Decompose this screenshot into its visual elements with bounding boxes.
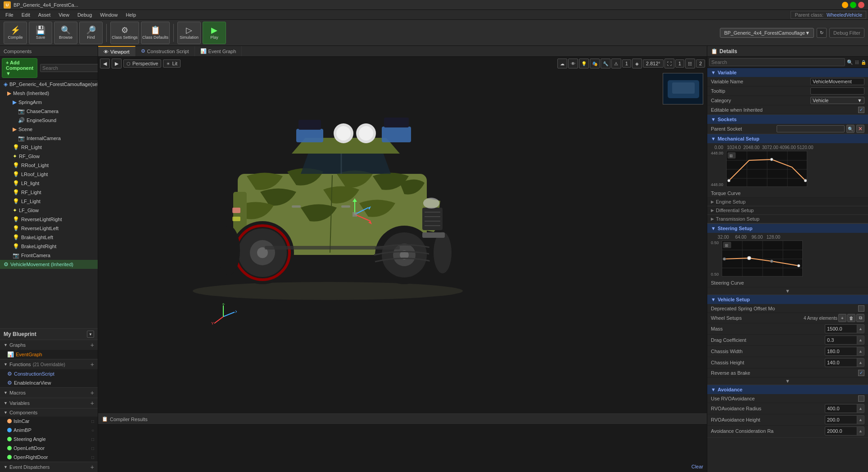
list-item[interactable]: 💡 LRoof_Light [0,170,98,179]
isincar-item[interactable]: IsInCar □ [0,417,98,426]
bp-dropdown[interactable]: BP_Generic_4x4_ForestCamouflage▼ [720,28,814,38]
constructionscript-item[interactable]: ⚙ ConstructionScript [0,369,98,378]
differential-setup-header[interactable]: ▶ Differential Setup [707,206,868,215]
tab-viewport[interactable]: 👁 Viewport [98,46,136,56]
menu-edit[interactable]: Edit [18,11,34,18]
list-item[interactable]: ▶ Mesh (Inherited) [0,89,98,98]
details-search-icon[interactable]: 🔍 [847,59,853,65]
list-item[interactable]: 💡 RRoof_Light [0,161,98,170]
simulation-button[interactable]: ▷ Simulation [177,22,201,44]
variable-section-header[interactable]: ▼ Variable [707,68,868,77]
socket-clear-button[interactable]: ✕ [856,125,864,133]
list-item[interactable]: 💡 LF_Light [0,197,98,206]
maximize-button[interactable] [850,2,856,8]
event-dispatchers-header[interactable]: ▼ Event Dispatchers + [0,462,98,472]
steering-section-header[interactable]: ▼ Steering Setup [707,224,868,233]
my-blueprint-header[interactable]: My Blueprint ▼ [0,329,98,340]
list-item[interactable]: 💡 LR_light [0,179,98,188]
compiler-tab[interactable]: 📋 Compiler Results [98,414,707,425]
avoidance-consideration-spinner[interactable]: ▲ [857,427,864,435]
drag-spinner[interactable]: ▲ [857,336,864,344]
details-lock-button[interactable]: 🔒 [861,60,866,65]
browse-button[interactable]: 🔍 Browse [54,22,77,44]
list-item[interactable]: 📷 ChaseCamera [0,107,98,116]
vp-tool-9[interactable]: ☷ [685,59,695,68]
add-macro-button[interactable]: + [90,389,94,396]
steering-chart-svg[interactable]: ⊞ [722,241,803,277]
drag-field[interactable] [825,337,857,343]
category-dropdown[interactable]: Vehicle ▼ [810,97,864,104]
mass-field[interactable] [825,326,857,332]
save-button[interactable]: 💾 Save [29,22,52,44]
vp-tool-5[interactable]: 🔧 [601,59,610,68]
add-variable-button[interactable]: + [90,399,94,407]
list-item[interactable]: ▶ SpringArm [0,98,98,107]
list-item[interactable]: 💡 ReverseLightRight [0,215,98,224]
transmission-setup-header[interactable]: ▶ Transmission Setup [707,215,868,223]
vehicle-setup-header[interactable]: ▼ Vehicle Setup [707,295,868,304]
details-view-options[interactable]: ☷ [855,60,859,65]
event-graph-item[interactable]: 📊 EventGraph [0,350,98,359]
reverse-brake-checkbox[interactable] [858,370,864,376]
graphs-header[interactable]: ▼ Graphs + [0,340,98,350]
socket-input[interactable] [777,125,845,132]
my-components-header[interactable]: ▼ Components [0,408,98,417]
steeringangle-item[interactable]: Steering Angle □ [0,435,98,444]
components-search-input[interactable] [40,64,98,72]
refresh-button[interactable]: ↻ [817,28,827,38]
vp-forward-button[interactable]: ▶ [112,59,122,68]
list-item[interactable]: 💡 BrakeLightRight [0,242,98,251]
rvo-radius-field[interactable] [825,405,857,412]
menu-view[interactable]: View [55,11,73,18]
my-blueprint-options-button[interactable]: ▼ [87,331,94,338]
vehicle-expand-button[interactable]: ▼ [707,377,868,385]
close-button[interactable] [858,2,864,8]
tab-event-graph[interactable]: 📊 Event Graph [195,46,242,56]
add-graph-button[interactable]: + [90,341,94,349]
clear-button[interactable]: Clear [692,464,703,469]
chassis-height-input[interactable]: ▲ [825,358,864,367]
vp-tool-7[interactable]: ◈ [632,59,642,68]
avoidance-section-header[interactable]: ▼ Avoidance [707,385,868,394]
editable-checkbox[interactable] [858,107,864,113]
animbp-item[interactable]: AnimBP ○ [0,426,98,435]
vp-tool-4[interactable]: 🎭 [590,59,600,68]
chassis-width-field[interactable] [825,348,857,354]
add-wheel-button[interactable]: + [838,314,846,322]
list-item[interactable]: 💡 RF_Light [0,188,98,197]
tooltip-input[interactable] [810,87,864,95]
list-item[interactable]: 🔊 EngineSound [0,116,98,125]
class-settings-button[interactable]: ⚙ Class Settings [110,22,139,44]
rvo-radius-spinner[interactable]: ▲ [857,404,864,413]
perspective-button[interactable]: ⬡ Perspective [123,59,161,68]
functions-header[interactable]: ▼ Functions (21 Overridable) + [0,359,98,369]
menu-debug[interactable]: Debug [74,11,95,18]
vehiclemovement-item[interactable]: ⚙ VehicleMovement (Inherited) [0,260,98,269]
vp-tool-6[interactable]: ⚠ [611,59,621,68]
enableincarview-item[interactable]: ⚙ EnableIncarView [0,378,98,387]
list-item[interactable]: ✦ LF_Glow [0,206,98,215]
vp-tool-2[interactable]: 👁 [568,59,578,68]
deprecated-checkbox[interactable] [858,305,864,312]
list-item[interactable]: 💡 BrakeLightLeft [0,233,98,242]
chassis-width-input[interactable]: ▲ [825,347,864,356]
menu-file[interactable]: File [2,11,17,18]
mass-input[interactable]: ▲ [825,324,864,333]
variable-name-input[interactable] [810,78,864,85]
openleftdoor-item[interactable]: OpenLeftDoor □ [0,444,98,453]
menu-window[interactable]: Window [96,11,121,18]
play-button[interactable]: ▶ Play [203,22,226,44]
compile-button[interactable]: ⚡ Compile [4,22,27,44]
self-component-item[interactable]: ◈ BP_Generic_4x4_ForestCamouflage(self) [0,80,98,89]
rvo-height-field[interactable] [825,417,857,423]
list-item[interactable]: 📷 InternalCamera [0,134,98,143]
rvo-height-spinner[interactable]: ▲ [857,416,864,424]
viewport[interactable]: ◀ ▶ ⬡ Perspective ☀ Lit ☁ 👁 💡 🎭 🔧 ⚠ [98,57,707,413]
class-defaults-button[interactable]: 📋 Class Defaults [141,22,170,44]
menu-help[interactable]: Help [122,11,140,18]
rvo-height-input[interactable]: ▲ [825,415,864,424]
sockets-section-header[interactable]: ▼ Sockets [707,115,868,124]
list-item[interactable]: 📷 FrontCamera [0,251,98,260]
add-dispatcher-button[interactable]: + [90,463,94,471]
window-controls[interactable] [842,2,864,8]
